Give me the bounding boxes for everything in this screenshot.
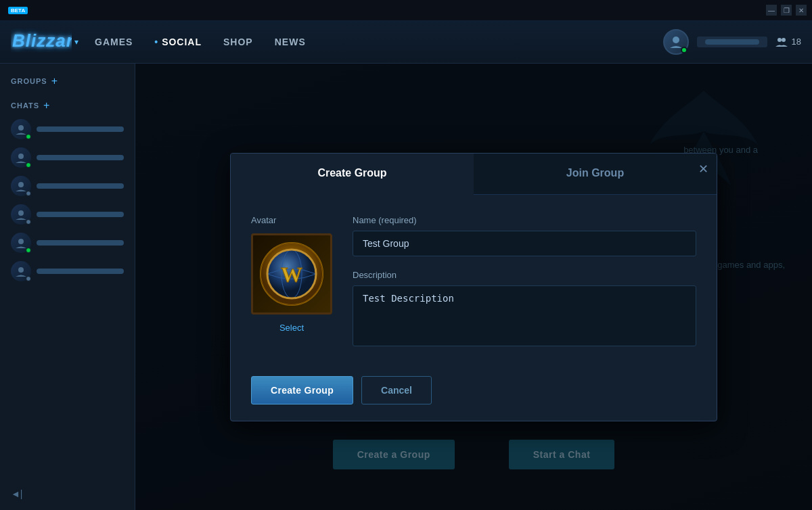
list-item[interactable] [0,172,135,200]
username-display[interactable] [697,37,767,47]
contact-name-bar [37,155,124,160]
svg-point-6 [18,182,24,187]
modal-overlay: ✕ Create Group Join Group Avatar [135,64,812,510]
description-field-label: Description [353,270,696,280]
svg-text:Blizzard: Blizzard [12,30,72,51]
svg-point-1 [673,37,679,43]
friends-number: 18 [792,37,801,47]
friends-icon [775,36,788,48]
close-button[interactable]: ✕ [796,5,807,16]
form-row: Avatar [251,215,696,349]
nav-shop[interactable]: SHOP [223,37,253,47]
blizzard-logo-svg: Blizzard [11,28,72,52]
svg-point-2 [777,38,782,42]
list-item[interactable] [0,229,135,257]
status-dot [26,276,31,281]
tab-join-group[interactable]: Join Group [474,154,717,194]
nav-games[interactable]: GAMES [95,37,133,47]
avatar [11,147,31,168]
name-field-label: Name (required) [353,215,696,225]
add-chat-button[interactable]: + [43,100,49,111]
add-group-button[interactable]: + [51,76,58,87]
nav-social[interactable]: SOCIAL [154,37,202,47]
list-item[interactable] [0,200,135,229]
dialog-tabs: Create Group Join Group [231,154,717,195]
beta-badge: BETA [8,7,28,14]
svg-point-5 [18,154,24,159]
status-dot [26,219,31,225]
nav-news[interactable]: NEWS [275,37,306,47]
sidebar: GROUPS + CHATS + [0,64,135,510]
restore-button[interactable]: ❐ [781,5,792,16]
avatar-preview: W [251,233,332,315]
wow-avatar-icon: W [258,240,325,308]
groups-section-header: GROUPS + [0,72,135,91]
svg-text:W: W [281,262,302,287]
dialog-close-button[interactable]: ✕ [698,162,708,177]
avatar-section: Avatar [251,215,332,333]
minimize-button[interactable]: — [766,5,777,16]
svg-point-7 [18,210,24,216]
create-group-dialog: ✕ Create Group Join Group Avatar [230,153,717,421]
dialog-body: Avatar [231,195,717,365]
contact-name-bar [37,183,124,189]
online-indicator [681,47,687,53]
svg-point-4 [18,125,24,131]
tab-create-group[interactable]: Create Group [231,154,474,195]
nav-items: GAMES SOCIAL SHOP NEWS [95,37,663,47]
svg-point-3 [782,38,786,42]
contact-name-bar [37,269,124,274]
list-item[interactable] [0,115,135,143]
avatar [11,176,31,196]
status-dot [26,248,31,253]
collapse-sidebar-button[interactable]: ◄| [11,488,23,499]
chats-section-header: CHATS + [0,96,135,115]
avatar [11,204,31,225]
dialog-footer: Create Group Cancel [231,365,717,421]
svg-point-9 [18,267,24,273]
avatar-select-button[interactable]: Select [279,323,304,333]
title-bar: BETA — ❐ ✕ [0,0,812,20]
logo-dropdown-icon[interactable]: ▾ [74,37,78,47]
logo[interactable]: Blizzard ▾ [11,28,78,56]
list-item[interactable] [0,143,135,172]
svg-point-8 [18,239,24,244]
contact-name-bar [37,212,124,217]
status-dot [26,162,31,168]
avatar [11,119,31,139]
form-section: Name (required) Description [353,215,696,349]
status-dot [26,191,31,196]
status-dot [26,134,31,139]
main-layout: GROUPS + CHATS + [0,64,812,510]
contact-name-bar [37,240,124,246]
avatar-label: Avatar [251,215,276,225]
chats-label: CHATS [11,101,39,110]
create-group-submit-button[interactable]: Create Group [251,376,353,404]
group-description-input[interactable] [353,285,696,346]
avatar [11,261,31,281]
content-area: between you and a ard games and apps, Bl… [135,64,812,510]
top-nav: Blizzard ▾ GAMES SOCIAL SHOP NEWS [0,20,812,64]
groups-label: GROUPS [11,77,47,85]
group-name-input[interactable] [353,231,696,256]
logo-text: Blizzard [11,28,72,56]
contact-name-bar [37,126,124,132]
user-avatar[interactable] [663,29,689,55]
user-icon [669,34,683,49]
avatar [11,233,31,253]
list-item[interactable] [0,257,135,285]
nav-right: 18 [663,29,801,55]
username-bar [705,39,759,45]
cancel-button[interactable]: Cancel [361,376,432,404]
friends-count[interactable]: 18 [775,36,801,48]
